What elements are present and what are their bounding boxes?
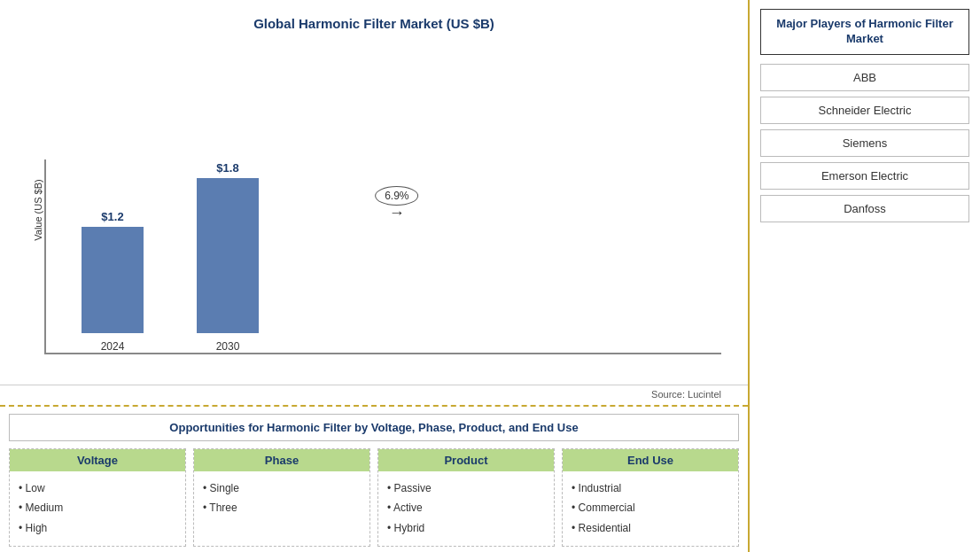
left-area: Global Harmonic Filter Market (US $B) Va…: [0, 0, 750, 552]
player-item-danfoss: Danfoss: [760, 195, 969, 222]
list-item: Active: [387, 498, 545, 518]
category-items-product: Passive Active Hybrid: [378, 471, 554, 546]
list-item: Three: [203, 498, 361, 518]
categories-row: Voltage Low Medium High Phase Single Thr…: [9, 448, 739, 547]
category-header-product: Product: [378, 449, 554, 471]
category-items-enduse: Industrial Commercial Residential: [563, 471, 738, 546]
y-axis-label: Value (US $B): [33, 180, 43, 242]
bar-label-2024: 2024: [101, 340, 125, 353]
opportunities-title: Opportunities for Harmonic Filter by Vol…: [9, 414, 739, 441]
players-section: Major Players of Harmonic Filter Market …: [750, 0, 980, 552]
category-header-phase: Phase: [194, 449, 369, 471]
list-item: Hybrid: [387, 518, 545, 539]
chart-area: Value (US $B) $1.2 2024 6.9% →: [0, 40, 748, 381]
chart-title: Global Harmonic Filter Market (US $B): [0, 16, 748, 31]
category-header-enduse: End Use: [563, 449, 738, 471]
bar-group-2030: $1.8 2030: [197, 161, 259, 353]
player-item-siemens: Siemens: [760, 129, 969, 157]
category-phase: Phase Single Three: [193, 448, 370, 547]
list-item: Commercial: [572, 498, 729, 518]
bar-2030: [197, 178, 259, 333]
list-item: Single: [203, 478, 361, 499]
category-product: Product Passive Active Hybrid: [377, 448, 555, 547]
players-title: Major Players of Harmonic Filter Market: [760, 9, 969, 55]
bottom-section: Opportunities for Harmonic Filter by Vol…: [0, 405, 748, 552]
player-item-abb: ABB: [760, 64, 969, 91]
category-items-voltage: Low Medium High: [10, 471, 185, 546]
main-container: Global Harmonic Filter Market (US $B) Va…: [0, 0, 980, 552]
bar-label-2030: 2030: [216, 340, 240, 353]
bar-group-2024: $1.2 2024: [82, 210, 144, 353]
player-item-emerson: Emerson Electric: [760, 162, 969, 190]
player-item-schneider: Schneider Electric: [760, 97, 969, 124]
cagr-annotation: 6.9% →: [375, 186, 418, 222]
list-item: Residential: [572, 518, 729, 539]
bar-value-2024: $1.2: [101, 210, 123, 223]
list-item: Medium: [19, 498, 176, 518]
list-item: Passive: [387, 478, 545, 499]
bars-container: $1.2 2024 6.9% → $1.8: [44, 159, 721, 354]
category-enduse: End Use Industrial Commercial Residentia…: [562, 448, 739, 547]
list-item: Industrial: [572, 478, 729, 499]
top-section: Global Harmonic Filter Market (US $B) Va…: [0, 0, 748, 405]
category-items-phase: Single Three: [194, 471, 369, 526]
cagr-oval: 6.9%: [375, 186, 418, 206]
bar-2024: [82, 227, 144, 333]
source-line: Source: Lucintel: [0, 385, 748, 405]
list-item: Low: [19, 478, 176, 499]
chart-section: Global Harmonic Filter Market (US $B) Va…: [0, 0, 748, 405]
category-header-voltage: Voltage: [10, 449, 185, 471]
category-voltage: Voltage Low Medium High: [9, 448, 186, 547]
cagr-arrow: →: [389, 204, 405, 222]
bar-value-2030: $1.8: [216, 161, 238, 175]
list-item: High: [19, 518, 176, 539]
